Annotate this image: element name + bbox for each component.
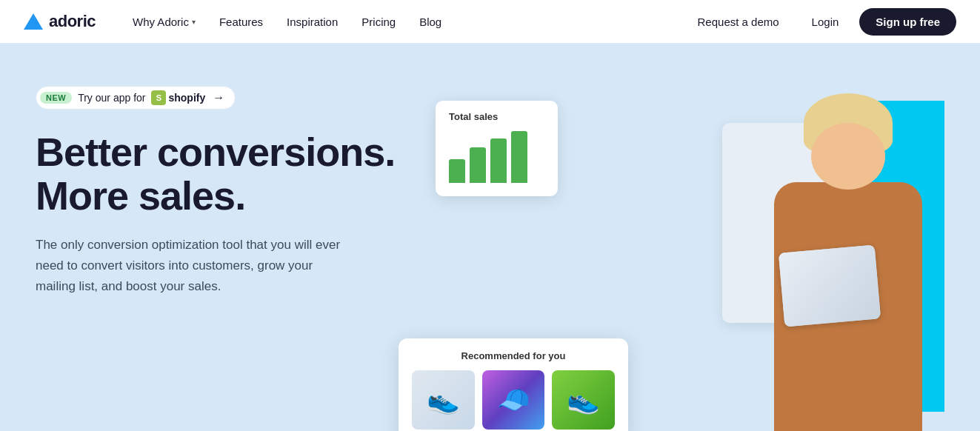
hero-left: NEW Try our app for S shopify → Better c… [36,78,421,297]
rec-products: 👟 🧢 👟 [412,370,615,430]
logo[interactable]: adoric [24,12,96,31]
login-button[interactable]: Login [800,10,851,34]
product-item-3: 👟 [552,370,615,430]
nav-links: Why Adoric ▾ Features Inspiration Pricin… [122,10,686,34]
nav-why-adoric[interactable]: Why Adoric ▾ [122,10,206,34]
arrow-right-icon: → [213,91,224,104]
rec-card-title: Recommended for you [412,350,615,361]
logo-icon [24,13,43,30]
bar-3 [490,138,507,183]
person-illustration [715,78,944,431]
shopify-badge[interactable]: NEW Try our app for S shopify → [36,86,236,110]
badge-try-text: Try our app for [78,92,145,104]
product-item-1: 👟 [412,370,475,430]
navbar: adoric Why Adoric ▾ Features Inspiration… [0,0,980,43]
request-demo-button[interactable]: Request a demo [686,10,791,34]
nav-blog[interactable]: Blog [409,10,452,34]
nav-inspiration[interactable]: Inspiration [276,10,348,34]
nav-right: Request a demo Login Sign up free [686,8,956,36]
badge-new-label: NEW [40,92,72,104]
recommended-card: Recommended for you 👟 🧢 👟 [399,338,628,431]
nav-features[interactable]: Features [209,10,273,34]
hero-title: Better conversions. More sales. [36,130,421,218]
person-body [759,78,944,431]
bar-4 [511,131,527,183]
hero-subtitle: The only conversion optimization tool th… [36,235,347,297]
nav-pricing[interactable]: Pricing [351,10,406,34]
bar-chart [449,131,544,183]
shopify-icon: S [151,90,166,105]
hero-section: NEW Try our app for S shopify → Better c… [0,43,980,431]
signup-button[interactable]: Sign up free [859,8,956,36]
sales-card-title: Total sales [449,111,544,122]
sales-card: Total sales [436,101,558,196]
product-item-2: 🧢 [482,370,545,430]
chevron-down-icon: ▾ [192,18,196,26]
shopify-logo: S shopify [151,90,205,105]
hero-right: Total sales [421,78,944,431]
logo-text: adoric [49,12,96,31]
bar-1 [449,159,465,183]
bar-2 [470,147,486,183]
